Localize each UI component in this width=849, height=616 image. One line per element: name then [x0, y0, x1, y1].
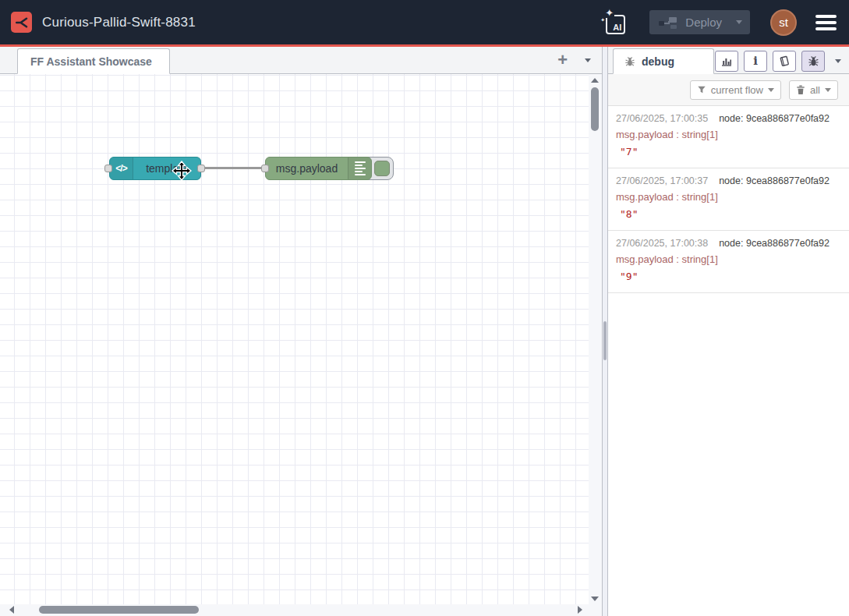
deploy-options-caret-icon[interactable] — [736, 20, 742, 24]
debug-message: 27/06/2025, 17:00:38 node: 9cea886877e0f… — [608, 231, 849, 293]
debug-message: 27/06/2025, 17:00:35 node: 9cea886877e0f… — [608, 106, 849, 168]
bug-icon — [624, 56, 635, 67]
message-value: "7" — [616, 143, 841, 161]
filter-caret-icon — [768, 88, 774, 92]
ai-assistant-button[interactable]: AI ✦ ✦ — [603, 9, 629, 36]
info-icon: i — [753, 55, 758, 67]
debug-clear-label: all — [810, 84, 820, 96]
splitter-drag-handle[interactable] — [603, 321, 607, 360]
flow-tab-ff-assistant-showcase[interactable]: FF Assistant Showcase — [17, 48, 170, 74]
flowfuse-logo-icon — [11, 12, 32, 33]
filter-funnel-icon — [697, 85, 706, 94]
node-template[interactable]: </> template — [109, 157, 201, 180]
debug-message-list: 27/06/2025, 17:00:35 node: 9cea886877e0f… — [608, 106, 849, 616]
wire-template-to-debug[interactable] — [201, 167, 265, 169]
port-template-output[interactable] — [197, 165, 205, 172]
deploy-nodes-icon — [659, 16, 677, 30]
message-node-id: node: 9cea886877e0fa92 — [719, 236, 830, 251]
workspace-column: FF Assistant Showcase + </> template — [0, 47, 602, 616]
add-flow-button[interactable]: + — [557, 52, 568, 68]
debug-message: 27/06/2025, 17:00:37 node: 9cea886877e0f… — [608, 168, 849, 231]
flow-tab-label: FF Assistant Showcase — [30, 55, 152, 68]
debug-sidebar: debug i — [608, 47, 849, 616]
scrollbar-corner — [589, 604, 602, 616]
trash-icon — [796, 85, 805, 95]
flow-tab-actions: + — [557, 47, 591, 73]
message-node-id: node: 9cea886877e0fa92 — [719, 112, 830, 126]
canvas-horizontal-scrollbar — [0, 604, 589, 616]
sidebar-tabs-caret-icon[interactable] — [835, 59, 841, 63]
message-node-id: node: 9cea886877e0fa92 — [719, 174, 830, 189]
sidebar-collapsed-tabs: i — [715, 51, 841, 72]
debug-list-icon — [348, 158, 371, 179]
flow-canvas[interactable]: </> template msg.payload — [0, 74, 602, 616]
node-msg-payload[interactable]: msg.payload — [265, 157, 372, 180]
deploy-label: Deploy — [685, 16, 722, 29]
sidebar-splitter — [602, 47, 608, 616]
scroll-right-arrow-icon[interactable] — [578, 606, 582, 614]
sidebar-tab-dashboard-button[interactable] — [715, 51, 738, 72]
message-property[interactable]: msg.payload : string[1] — [616, 126, 841, 143]
message-timestamp: 27/06/2025, 17:00:38 — [616, 236, 708, 251]
main-row: FF Assistant Showcase + </> template — [0, 47, 849, 616]
scroll-up-arrow-icon[interactable] — [591, 78, 599, 83]
scroll-left-arrow-icon[interactable] — [9, 606, 14, 614]
sparkle-small-icon: ✦ — [600, 17, 605, 23]
debug-filter-button[interactable]: current flow — [690, 80, 781, 100]
user-avatar[interactable]: st — [770, 9, 797, 36]
debug-toolbar: current flow all — [608, 74, 849, 106]
flow-list-caret-icon[interactable] — [585, 58, 591, 62]
help-book-icon — [778, 55, 791, 67]
message-property[interactable]: msg.payload : string[1] — [616, 189, 841, 206]
sidebar-tab-debug-label: debug — [642, 55, 674, 68]
canvas-vertical-scrollbar — [589, 74, 602, 604]
message-timestamp: 27/06/2025, 17:00:35 — [616, 112, 708, 126]
debug-toggle-state-icon — [374, 161, 390, 176]
node-template-label: template — [133, 162, 200, 175]
message-timestamp: 27/06/2025, 17:00:37 — [616, 174, 708, 189]
sparkle-icon: ✦ — [604, 8, 614, 18]
hamburger-icon — [815, 15, 837, 18]
horizontal-scroll-thumb[interactable] — [39, 606, 199, 614]
message-property[interactable]: msg.payload : string[1] — [616, 251, 841, 268]
main-menu-button[interactable] — [814, 13, 838, 32]
sidebar-tab-debug[interactable]: debug — [613, 48, 714, 74]
message-value: "8" — [616, 206, 841, 223]
sidebar-tabbar: debug i — [608, 47, 849, 74]
debug-filter-label: current flow — [711, 84, 763, 96]
code-icon: </> — [110, 158, 133, 179]
flow-tabbar: FF Assistant Showcase + — [0, 47, 602, 74]
vertical-scroll-thumb[interactable] — [591, 87, 599, 131]
instance-title: Curious-Pallid-Swift-8831 — [42, 15, 196, 30]
message-value: "9" — [616, 268, 841, 285]
deploy-button[interactable]: Deploy — [649, 10, 750, 34]
sidebar-tab-debug-icon-button[interactable] — [801, 51, 825, 72]
node-debug-label: msg.payload — [266, 162, 348, 175]
port-debug-input[interactable] — [261, 165, 269, 172]
sidebar-tab-help-button[interactable] — [773, 51, 796, 72]
debug-bug-icon — [808, 55, 819, 67]
port-template-input[interactable] — [104, 165, 112, 172]
clear-caret-icon — [825, 88, 831, 92]
app-header: Curious-Pallid-Swift-8831 AI ✦ ✦ Deploy … — [0, 0, 849, 47]
dashboard-chart-icon — [720, 55, 733, 67]
sidebar-tab-info-button[interactable]: i — [744, 51, 767, 72]
debug-clear-button[interactable]: all — [789, 80, 838, 100]
scroll-down-arrow-icon[interactable] — [591, 597, 599, 601]
